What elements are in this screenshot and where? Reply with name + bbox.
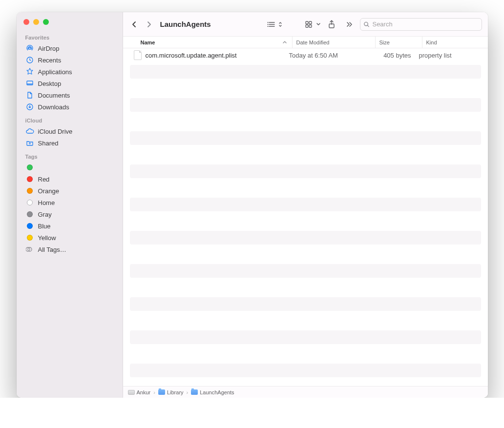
column-header-name[interactable]: Name bbox=[123, 37, 292, 48]
fullscreen-window-button[interactable] bbox=[43, 19, 49, 25]
downloads-icon bbox=[25, 103, 34, 111]
file-row bbox=[130, 115, 481, 128]
file-row bbox=[130, 82, 481, 95]
cloud-icon bbox=[25, 127, 34, 135]
path-bar: Ankur › Library › LaunchAgents bbox=[123, 386, 488, 398]
file-kind: property list bbox=[415, 52, 481, 59]
plist-file-icon bbox=[134, 50, 142, 60]
path-segment[interactable]: Ankur bbox=[128, 389, 151, 395]
double-chevron-icon bbox=[346, 21, 353, 28]
sidebar-tag-all[interactable]: All Tags… bbox=[17, 244, 123, 255]
sidebar-tag-red[interactable]: Red bbox=[17, 173, 123, 185]
sidebar-item-label: Recents bbox=[38, 57, 62, 64]
search-input[interactable] bbox=[371, 20, 478, 28]
share-icon bbox=[328, 20, 336, 29]
file-row bbox=[130, 214, 481, 228]
tag-dot-icon bbox=[25, 223, 34, 229]
tag-dot-icon bbox=[25, 211, 34, 217]
back-button[interactable] bbox=[129, 19, 140, 30]
svg-rect-10 bbox=[306, 21, 308, 24]
file-row bbox=[130, 98, 481, 112]
file-row bbox=[130, 380, 481, 386]
column-header-kind[interactable]: Kind bbox=[422, 37, 488, 48]
all-tags-icon bbox=[25, 246, 34, 252]
file-list[interactable]: com.microsoft.update.agent.plistToday at… bbox=[123, 48, 488, 386]
sidebar-item-recents[interactable]: Recents bbox=[17, 54, 123, 66]
sidebar-item-shared[interactable]: Shared bbox=[17, 137, 123, 149]
file-row bbox=[130, 198, 481, 211]
clock-icon bbox=[25, 56, 34, 64]
file-row bbox=[130, 148, 481, 162]
sidebar-section-favorites: Favorites bbox=[17, 30, 123, 42]
file-date: Today at 6:50 AM bbox=[285, 52, 368, 59]
file-row bbox=[130, 131, 481, 145]
file-row bbox=[130, 330, 481, 344]
minimize-window-button[interactable] bbox=[33, 19, 39, 25]
sidebar-item-label: Applications bbox=[38, 68, 72, 76]
path-segment[interactable]: LaunchAgents bbox=[191, 389, 234, 395]
sort-ascending-icon bbox=[282, 40, 287, 45]
svg-point-8 bbox=[267, 24, 268, 25]
svg-rect-13 bbox=[309, 25, 312, 27]
view-mode-control[interactable] bbox=[267, 21, 283, 28]
sidebar-item-airdrop[interactable]: AirDrop bbox=[17, 42, 123, 54]
sidebar-tag-green[interactable] bbox=[17, 162, 123, 173]
sidebar-item-desktop[interactable]: Desktop bbox=[17, 78, 123, 89]
file-row bbox=[130, 364, 481, 377]
sidebar-item-label: Blue bbox=[38, 223, 51, 230]
window-title: LaunchAgents bbox=[160, 20, 211, 28]
sidebar-section-icloud: iCloud bbox=[17, 113, 123, 125]
sidebar-tag-blue[interactable]: Blue bbox=[17, 220, 123, 232]
toolbar-overflow-button[interactable] bbox=[342, 19, 356, 30]
sidebar-tag-yellow[interactable]: Yellow bbox=[17, 232, 123, 244]
sidebar-tag-gray[interactable]: Gray bbox=[17, 208, 123, 220]
file-row bbox=[130, 65, 481, 79]
sidebar-tag-home[interactable]: Home bbox=[17, 197, 123, 208]
file-size: 405 bytes bbox=[368, 52, 415, 59]
forward-button[interactable] bbox=[144, 19, 154, 30]
list-view-icon bbox=[267, 21, 276, 28]
chevron-down-icon bbox=[316, 22, 321, 27]
column-header-row: Name Date Modified Size Kind bbox=[123, 37, 488, 48]
file-row bbox=[130, 231, 481, 245]
svg-rect-11 bbox=[309, 21, 312, 24]
tag-dot-icon bbox=[25, 188, 34, 194]
file-row bbox=[130, 247, 481, 261]
file-row bbox=[130, 314, 481, 327]
sidebar-item-label: AirDrop bbox=[38, 45, 60, 52]
sidebar-item-label: Downloads bbox=[38, 103, 69, 111]
search-field[interactable] bbox=[360, 18, 482, 31]
sidebar-item-label: iCloud Drive bbox=[38, 128, 73, 135]
disk-icon bbox=[128, 390, 135, 395]
sidebar-item-icloud-drive[interactable]: iCloud Drive bbox=[17, 125, 123, 137]
file-row bbox=[130, 297, 481, 311]
column-header-size[interactable]: Size bbox=[375, 37, 422, 48]
sidebar-item-applications[interactable]: Applications bbox=[17, 66, 123, 78]
sidebar-tag-orange[interactable]: Orange bbox=[17, 185, 123, 197]
applications-icon bbox=[25, 68, 34, 76]
tag-dot-icon bbox=[25, 200, 34, 205]
sidebar-item-label: All Tags… bbox=[38, 246, 66, 253]
group-by-control[interactable] bbox=[305, 21, 321, 28]
grid-icon bbox=[305, 21, 314, 28]
sidebar-item-documents[interactable]: Documents bbox=[17, 89, 123, 101]
desktop-icon bbox=[25, 80, 34, 87]
sidebar-item-label: Gray bbox=[38, 211, 52, 218]
chevron-updown-icon bbox=[278, 21, 283, 28]
sidebar-item-downloads[interactable]: Downloads bbox=[17, 101, 123, 113]
sidebar-item-label: Orange bbox=[38, 187, 59, 195]
traffic-lights bbox=[17, 16, 123, 30]
sidebar-section-tags: Tags bbox=[17, 149, 123, 162]
column-header-date[interactable]: Date Modified bbox=[292, 37, 375, 48]
file-row bbox=[130, 164, 481, 178]
file-name: com.microsoft.update.agent.plist bbox=[146, 52, 237, 59]
svg-rect-2 bbox=[27, 81, 33, 85]
sidebar-item-label: Documents bbox=[38, 92, 70, 99]
svg-point-7 bbox=[267, 22, 268, 23]
main-area: LaunchAgents Name Date bbox=[123, 12, 488, 398]
finder-window: Favorites AirDrop Recents Applications D… bbox=[17, 12, 488, 398]
file-row[interactable]: com.microsoft.update.agent.plistToday at… bbox=[130, 48, 481, 62]
path-segment[interactable]: Library bbox=[158, 389, 184, 395]
close-window-button[interactable] bbox=[23, 19, 29, 25]
share-button[interactable] bbox=[325, 19, 338, 30]
